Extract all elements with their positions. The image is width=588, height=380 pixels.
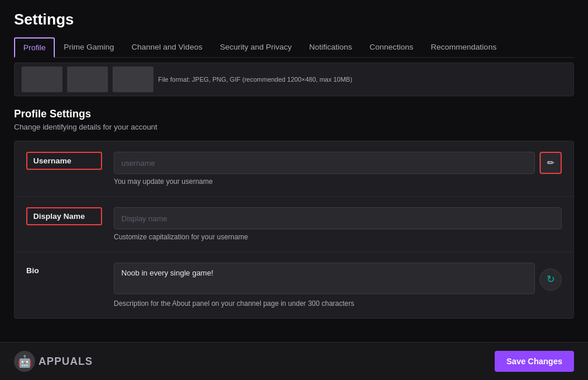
brand-icon: 🤖 <box>14 351 35 372</box>
content-area: File format: JPEG, PNG, GIF (recommended… <box>0 58 588 342</box>
edit-icon: ✏ <box>547 158 555 168</box>
username-input-wrapper: ✏ <box>114 152 562 174</box>
tab-connections[interactable]: Connections <box>361 37 422 58</box>
nav-tabs: Profile Prime Gaming Channel and Videos … <box>14 37 574 58</box>
display-name-row: Display Name Customize capitalization fo… <box>15 197 573 252</box>
section-title: Profile Settings <box>14 108 574 120</box>
section-subtitle: Change identifying details for your acco… <box>14 123 574 131</box>
bio-row: Bio ↻ Description for the About panel on… <box>15 252 573 318</box>
page-title: Settings <box>14 11 574 29</box>
tab-security-privacy[interactable]: Security and Privacy <box>211 37 300 58</box>
profile-settings-section: Profile Settings Change identifying deta… <box>14 108 574 319</box>
banner-thumb-2 <box>67 67 108 92</box>
tab-recommendations[interactable]: Recommendations <box>422 37 506 58</box>
username-input[interactable] <box>114 152 535 174</box>
banner-thumb-3 <box>113 67 153 92</box>
username-edit-button[interactable]: ✏ <box>540 152 562 174</box>
banner-thumb-1 <box>22 67 62 92</box>
refresh-icon: ↻ <box>547 273 555 285</box>
banner-strip: File format: JPEG, PNG, GIF (recommended… <box>14 62 574 96</box>
banner-hint: File format: JPEG, PNG, GIF (recommended… <box>158 76 352 83</box>
bio-refresh-button[interactable]: ↻ <box>540 269 562 291</box>
save-changes-button[interactable]: Save Changes <box>495 351 574 372</box>
brand-name: APPUALS <box>38 355 93 368</box>
username-label: Username <box>26 152 102 170</box>
footer: 🤖 APPUALS Save Changes <box>0 342 588 380</box>
bio-input[interactable] <box>114 263 535 294</box>
bio-textarea-container <box>114 263 535 296</box>
bio-wrapper: ↻ <box>114 263 562 296</box>
settings-page: Settings Profile Prime Gaming Channel an… <box>0 0 588 380</box>
display-name-hint: Customize capitalization for your userna… <box>114 233 562 241</box>
username-content: ✏ You may update your username <box>114 152 562 186</box>
bio-hint: Description for the About panel on your … <box>114 299 562 308</box>
username-hint: You may update your username <box>114 177 562 186</box>
tab-prime-gaming[interactable]: Prime Gaming <box>55 37 123 58</box>
tab-channel-videos[interactable]: Channel and Videos <box>123 37 211 58</box>
display-name-input[interactable] <box>114 207 562 229</box>
header: Settings Profile Prime Gaming Channel an… <box>0 0 588 58</box>
display-name-input-wrapper <box>114 207 562 229</box>
bio-content: ↻ Description for the About panel on you… <box>114 263 562 308</box>
bio-label: Bio <box>26 263 102 278</box>
display-name-label: Display Name <box>26 207 102 225</box>
brand-logo: 🤖 APPUALS <box>14 351 93 372</box>
tab-notifications[interactable]: Notifications <box>300 37 361 58</box>
display-name-content: Customize capitalization for your userna… <box>114 207 562 241</box>
tab-profile[interactable]: Profile <box>14 37 55 58</box>
username-row: Username ✏ You may update your username <box>15 141 573 197</box>
footer-inner: 🤖 APPUALS Save Changes <box>14 351 574 372</box>
settings-table: Username ✏ You may update your username … <box>14 141 574 319</box>
